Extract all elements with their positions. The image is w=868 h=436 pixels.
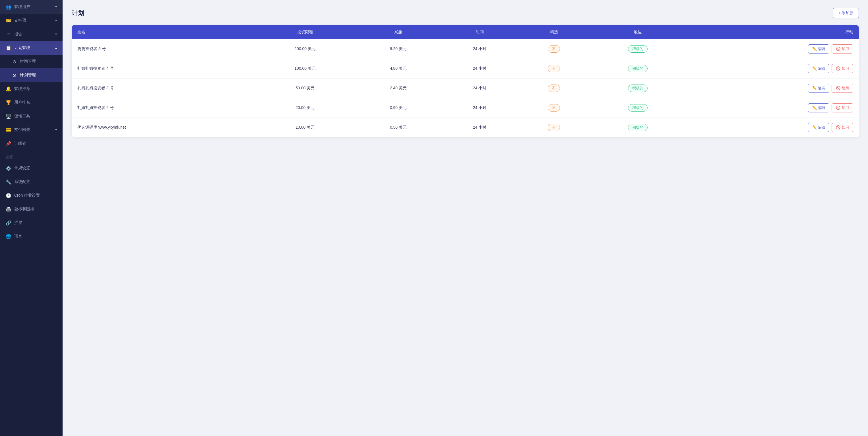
cell-interest-0: 9.20 美元 xyxy=(355,39,442,59)
sidebar-item-payment-gateway[interactable]: 💳 支付网关 ▾ xyxy=(0,123,63,137)
chevron-up-icon: ▴ xyxy=(55,46,57,50)
cell-interest-4: 0.50 美元 xyxy=(355,118,442,138)
cell-status-2: 积极的 xyxy=(590,79,685,98)
sidebar-label-reports: 报告 xyxy=(14,32,54,37)
sidebar-item-language[interactable]: 🌐 语言 xyxy=(0,230,63,243)
sidebar-item-promo-tools[interactable]: 🖥️ 促销工具 xyxy=(0,109,63,123)
sidebar-label-general-settings: 常规设置 xyxy=(14,166,57,171)
cell-status-3: 积极的 xyxy=(590,98,685,118)
disable-button-3[interactable]: 🚫 禁用 xyxy=(832,103,853,112)
plans-table: 姓名 投资限额 兴趣 时间 精选 地位 行动 赞赞投资者 5 号 200.00 … xyxy=(72,25,859,137)
cell-name-1: 扎姆扎姆投资者 4 号 xyxy=(72,59,255,79)
cell-featured-0: 不 xyxy=(518,39,590,59)
disable-button-2[interactable]: 🚫 禁用 xyxy=(832,84,853,93)
cell-name-3: 扎姆扎姆投资者 2 号 xyxy=(72,98,255,118)
table-row: 扎姆扎姆投资者 2 号 20.00 美元 0.90 美元 24 小时 不 积极的… xyxy=(72,98,859,118)
disable-button-1[interactable]: 🚫 禁用 xyxy=(832,64,853,73)
sidebar-label-manage-users: 管理用户 xyxy=(14,4,54,9)
col-header-featured: 精选 xyxy=(518,25,590,39)
cell-status-4: 积极的 xyxy=(590,118,685,138)
sidebar-item-manage-recommendations[interactable]: 🔔 管理推荐 xyxy=(0,82,63,96)
cell-featured-1: 不 xyxy=(518,59,590,79)
col-header-interest: 兴趣 xyxy=(355,25,442,39)
chevron-down-icon: ▾ xyxy=(55,5,57,9)
sidebar-item-subscribers[interactable]: 📌 订阅者 xyxy=(0,137,63,150)
sidebar-item-time-management[interactable]: ⊙ 时间管理 xyxy=(0,55,63,68)
sidebar-label-user-ranking: 用户排名 xyxy=(14,100,57,105)
system-config-icon: 🔧 xyxy=(6,179,11,185)
sidebar-item-cron-job[interactable]: 🕐 Cron 作业设置 xyxy=(0,189,63,202)
action-buttons-3: ✏️ 编辑 🚫 禁用 xyxy=(691,103,853,112)
sidebar-label-extend: 扩展 xyxy=(14,220,57,225)
sidebar-label-manage-recommendations: 管理推荐 xyxy=(14,86,57,91)
featured-badge-1: 不 xyxy=(548,65,560,72)
sidebar-label-subscribers: 订阅者 xyxy=(14,141,57,146)
disable-button-0[interactable]: 🚫 禁用 xyxy=(832,45,853,54)
chevron-down-icon: ▾ xyxy=(55,128,57,132)
cell-name-2: 扎姆扎姆投资者 3 号 xyxy=(72,79,255,98)
extend-icon: 🔗 xyxy=(6,220,11,226)
settings-section-label: 设置 xyxy=(0,150,63,162)
time-management-icon: ⊙ xyxy=(11,59,17,64)
edit-button-0[interactable]: ✏️ 编辑 xyxy=(808,45,830,54)
cell-interest-3: 0.90 美元 xyxy=(355,98,442,118)
content-area: 计划 + 添加新 姓名 投资限额 兴趣 时间 精选 地位 行动 xyxy=(63,0,868,436)
cell-action-0: ✏️ 编辑 🚫 禁用 xyxy=(685,39,859,59)
sidebar-label-payment-gateway: 支付网关 xyxy=(14,127,54,132)
sidebar-label-promo-tools: 促销工具 xyxy=(14,114,57,119)
cron-job-icon: 🕐 xyxy=(6,193,11,198)
col-header-name: 姓名 xyxy=(72,25,255,39)
cell-time-0: 24 小时 xyxy=(441,39,518,59)
sidebar-item-reports[interactable]: ≡ 报告 ▾ xyxy=(0,27,63,41)
featured-badge-2: 不 xyxy=(548,85,560,92)
sidebar-label-logo-icon: 微标和图标 xyxy=(14,207,57,212)
action-buttons-2: ✏️ 编辑 🚫 禁用 xyxy=(691,84,853,93)
page-title: 计划 xyxy=(72,9,84,17)
col-header-investment-limit: 投资限额 xyxy=(255,25,355,39)
status-badge-3: 积极的 xyxy=(628,104,648,112)
disable-button-4[interactable]: 🚫 禁用 xyxy=(832,123,853,132)
cell-investment-4: 10.00 美元 xyxy=(255,118,355,138)
cell-time-4: 24 小时 xyxy=(441,118,518,138)
cell-featured-4: 不 xyxy=(518,118,590,138)
edit-button-2[interactable]: ✏️ 编辑 xyxy=(808,84,830,93)
sidebar-label-system-config: 系统配置 xyxy=(14,179,57,184)
edit-button-4[interactable]: ✏️ 编辑 xyxy=(808,123,830,132)
sidebar-item-user-ranking[interactable]: 🏆 用户排名 xyxy=(0,96,63,109)
sidebar-item-plan-management[interactable]: 📋 计划管理 ▴ xyxy=(0,41,63,55)
cell-action-4: ✏️ 编辑 🚫 禁用 xyxy=(685,118,859,138)
col-header-action: 行动 xyxy=(685,25,859,39)
sidebar-label-support-tickets: 支持票 xyxy=(14,18,54,23)
status-badge-4: 积极的 xyxy=(628,124,648,131)
cell-interest-1: 4.80 美元 xyxy=(355,59,442,79)
table-row: 扎姆扎姆投资者 4 号 100.00 美元 4.80 美元 24 小时 不 积极… xyxy=(72,59,859,79)
cell-status-0: 积极的 xyxy=(590,39,685,59)
cell-investment-3: 20.00 美元 xyxy=(255,98,355,118)
edit-button-3[interactable]: ✏️ 编辑 xyxy=(808,103,830,112)
sidebar-item-plan-management-sub[interactable]: ⊙ 计划管理 xyxy=(0,68,63,82)
cell-action-3: ✏️ 编辑 🚫 禁用 xyxy=(685,98,859,118)
edit-button-1[interactable]: ✏️ 编辑 xyxy=(808,64,830,73)
sidebar-item-support-tickets[interactable]: 🎫 支持票 ▾ xyxy=(0,14,63,27)
status-badge-2: 积极的 xyxy=(628,85,648,92)
logo-icon-icon: 🖨️ xyxy=(6,206,11,212)
cell-action-2: ✏️ 编辑 🚫 禁用 xyxy=(685,79,859,98)
cell-investment-2: 50.00 美元 xyxy=(255,79,355,98)
cell-interest-2: 2.40 美元 xyxy=(355,79,442,98)
sidebar-item-logo-icon[interactable]: 🖨️ 微标和图标 xyxy=(0,202,63,216)
add-new-button[interactable]: + 添加新 xyxy=(833,8,859,18)
sidebar-item-system-config[interactable]: 🔧 系统配置 xyxy=(0,175,63,189)
main-content: 计划 + 添加新 姓名 投资限额 兴趣 时间 精选 地位 行动 xyxy=(63,0,868,436)
sidebar-item-extend[interactable]: 🔗 扩展 xyxy=(0,216,63,230)
action-buttons-1: ✏️ 编辑 🚫 禁用 xyxy=(691,64,853,73)
cell-time-3: 24 小时 xyxy=(441,98,518,118)
sidebar-item-manage-users[interactable]: 👥 管理用户 ▾ xyxy=(0,0,63,14)
sidebar-label-plan-management-sub: 计划管理 xyxy=(20,72,57,78)
featured-badge-4: 不 xyxy=(548,124,560,131)
table-row: 优选源码库 www.yxymk.net 10.00 美元 0.50 美元 24 … xyxy=(72,118,859,138)
sidebar-label-time-management: 时间管理 xyxy=(20,59,57,64)
language-icon: 🌐 xyxy=(6,234,11,239)
promo-tools-icon: 🖥️ xyxy=(6,113,11,119)
sidebar-item-general-settings[interactable]: ⚙️ 常规设置 xyxy=(0,162,63,175)
table-row: 赞赞投资者 5 号 200.00 美元 9.20 美元 24 小时 不 积极的 … xyxy=(72,39,859,59)
